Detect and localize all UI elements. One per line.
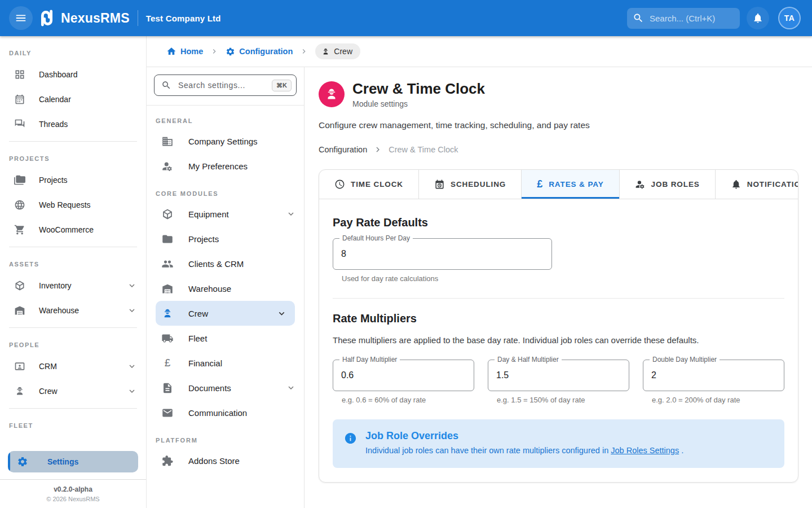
global-search[interactable] <box>627 8 740 29</box>
settings-item-company-settings[interactable]: Company Settings <box>147 129 304 154</box>
company-name: Test Company Ltd <box>146 14 221 23</box>
breadcrumb-crew-chip[interactable]: Crew <box>315 43 360 59</box>
chevron-down-icon <box>127 281 137 291</box>
breadcrumb-configuration[interactable]: Configuration <box>226 47 293 56</box>
sidebar-item-calendar[interactable]: Calendar <box>0 87 146 112</box>
contact-card-icon <box>14 361 25 372</box>
sidebar-item-woocommerce[interactable]: WooCommerce <box>0 217 146 242</box>
menu-button[interactable] <box>9 6 33 30</box>
tab-notifications[interactable]: NOTIFICATIONS <box>716 170 798 199</box>
sidebar-item-inventory[interactable]: Inventory <box>0 273 146 298</box>
settings-search[interactable]: ⌘K <box>154 75 297 96</box>
cube-icon <box>14 280 25 291</box>
divider <box>9 247 137 247</box>
info-icon <box>344 432 357 445</box>
chevron-down-icon <box>127 361 137 371</box>
settings-search-input[interactable] <box>177 80 266 90</box>
forum-icon <box>14 119 25 130</box>
settings-item-addons-store[interactable]: Addons Store <box>147 448 304 473</box>
settings-item-communication[interactable]: Communication <box>147 400 304 425</box>
divider <box>9 408 137 409</box>
tab-time-clock[interactable]: TIME CLOCK <box>319 170 419 199</box>
divider <box>9 141 137 142</box>
chevron-right-icon <box>373 144 383 155</box>
pound-icon: £ <box>161 357 174 369</box>
search-icon <box>161 80 171 90</box>
tab-bar: TIME CLOCK SCHEDULING £ RATES & PAY <box>319 170 798 199</box>
sidebar-item-settings[interactable]: Settings <box>8 451 138 472</box>
half-day-input[interactable] <box>333 360 474 391</box>
default-hours-helper: Used for day rate calculations <box>342 274 784 283</box>
pay-rate-defaults-heading: Pay Rate Defaults <box>333 216 784 229</box>
module-breadcrumb-configuration[interactable]: Configuration <box>319 145 367 154</box>
bell-icon <box>731 179 742 190</box>
folder-icon <box>161 233 174 245</box>
breadcrumb-home[interactable]: Home <box>166 46 203 56</box>
sidebar-item-projects[interactable]: Projects <box>0 168 146 192</box>
nav-section-people: PEOPLE <box>9 341 137 348</box>
sidebar-item-dashboard[interactable]: Dashboard <box>0 62 146 87</box>
settings-item-fleet[interactable]: Fleet <box>147 326 304 351</box>
global-search-input[interactable] <box>648 13 734 24</box>
double-day-input[interactable] <box>643 360 784 391</box>
notifications-button[interactable] <box>747 7 769 29</box>
globe-icon <box>14 199 25 211</box>
chevron-down-icon <box>286 209 296 219</box>
chevron-down-icon <box>276 308 287 319</box>
page-title: Crew & Time Clock <box>352 81 485 98</box>
settings-item-financial[interactable]: £ Financial <box>147 351 304 375</box>
person-gear-icon <box>635 179 646 190</box>
breadcrumb: Home Configuration Crew <box>147 36 812 67</box>
settings-item-crew[interactable]: Crew <box>156 301 295 326</box>
settings-card: TIME CLOCK SCHEDULING £ RATES & PAY <box>319 169 798 483</box>
calendar-clock-icon <box>434 179 445 190</box>
nav-section-daily: DAILY <box>9 50 137 56</box>
cube-icon <box>161 208 174 220</box>
sidebar-item-threads[interactable]: Threads <box>0 112 146 137</box>
double-day-field: Double Day Multiplier <box>643 360 784 391</box>
app-bar: NexusRMS Test Company Ltd TA <box>0 0 812 36</box>
avatar[interactable]: TA <box>778 7 801 29</box>
tab-rates-and-pay[interactable]: £ RATES & PAY <box>522 170 619 199</box>
tab-scheduling[interactable]: SCHEDULING <box>419 170 522 199</box>
job-roles-settings-link[interactable]: Job Roles Settings <box>611 446 679 455</box>
settings-section-platform: PLATFORM <box>156 437 295 444</box>
folders-icon <box>14 174 25 186</box>
chevron-down-icon <box>127 305 137 316</box>
topbar-divider <box>138 10 138 26</box>
sidebar-item-web-requests[interactable]: Web Requests <box>0 192 146 217</box>
tab-job-roles[interactable]: JOB ROLES <box>620 170 716 199</box>
gear-icon <box>226 47 235 56</box>
divider <box>333 298 784 299</box>
cart-icon <box>14 224 25 235</box>
half-day-field: Half Day Multiplier <box>333 360 474 391</box>
day-and-half-input[interactable] <box>488 360 629 391</box>
half-day-multiplier: Half Day Multiplier e.g. 0.6 = 60% of da… <box>333 351 474 404</box>
settings-item-clients-crm[interactable]: Clients & CRM <box>147 251 304 276</box>
pound-icon: £ <box>537 178 543 190</box>
default-hours-field: Default Hours Per Day <box>333 238 552 270</box>
day-and-half-field: Day & Half Multiplier <box>488 360 629 391</box>
truck-icon <box>161 332 174 344</box>
person-gear-icon <box>161 160 174 172</box>
default-hours-input[interactable] <box>333 239 551 269</box>
settings-item-my-preferences[interactable]: My Preferences <box>147 154 304 178</box>
sidebar-item-warehouse[interactable]: Warehouse <box>0 298 146 323</box>
settings-item-projects[interactable]: Projects <box>147 226 304 251</box>
chevron-right-icon <box>210 47 219 56</box>
chevron-right-icon <box>299 47 308 56</box>
chevron-down-icon <box>127 386 137 396</box>
settings-item-documents[interactable]: Documents <box>147 375 304 400</box>
settings-sidebar: ⌘K GENERAL Company Settings My Preferenc… <box>147 67 304 508</box>
sidebar-item-crew[interactable]: Crew <box>0 379 146 404</box>
bell-icon <box>752 12 764 24</box>
settings-item-warehouse[interactable]: Warehouse <box>147 276 304 301</box>
warehouse-icon <box>161 283 174 295</box>
job-role-overrides-infobox: Job Role Overrides Individual job roles … <box>333 419 784 468</box>
settings-item-equipment[interactable]: Equipment <box>147 202 304 226</box>
calendar-icon <box>14 94 25 105</box>
sidebar-item-crm[interactable]: CRM <box>0 354 146 379</box>
brand-title: NexusRMS <box>61 11 130 26</box>
crew-icon <box>324 87 339 102</box>
divider <box>0 479 146 480</box>
